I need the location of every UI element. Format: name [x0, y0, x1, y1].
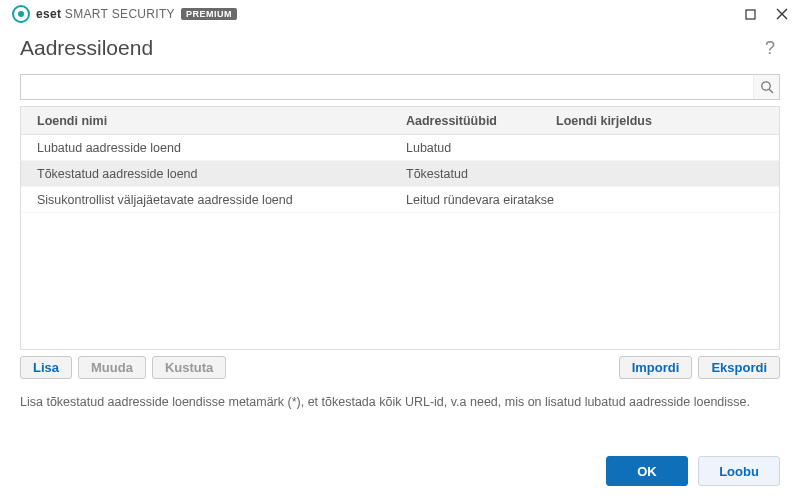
- col-header-desc[interactable]: Loendi kirjeldus: [556, 114, 779, 128]
- table-row[interactable]: Sisukontrollist väljajäetavate aadressid…: [21, 187, 779, 213]
- table-row[interactable]: Lubatud aadresside loendLubatud: [21, 135, 779, 161]
- col-header-name[interactable]: Loendi nimi: [21, 114, 406, 128]
- delete-button[interactable]: Kustuta: [152, 356, 226, 379]
- search-input[interactable]: [21, 75, 751, 99]
- brand-name-light-2: SECURITY: [112, 7, 175, 21]
- import-button[interactable]: Impordi: [619, 356, 693, 379]
- toolbar: Lisa Muuda Kustuta Impordi Ekspordi: [20, 356, 780, 379]
- table-header: Loendi nimi Aadressitüübid Loendi kirjel…: [21, 107, 779, 135]
- hint-text: Lisa tõkestatud aadresside loendisse met…: [0, 379, 800, 412]
- brand-text: eset SMART SECURITY: [36, 7, 175, 21]
- export-button[interactable]: Ekspordi: [698, 356, 780, 379]
- cell-type: Tõkestatud: [406, 167, 556, 181]
- toolbar-left: Lisa Muuda Kustuta: [20, 356, 226, 379]
- table-row[interactable]: Tõkestatud aadresside loendTõkestatud: [21, 161, 779, 187]
- cell-type: Lubatud: [406, 141, 556, 155]
- help-icon[interactable]: ?: [760, 38, 780, 59]
- cell-name: Lubatud aadresside loend: [21, 141, 406, 155]
- content: Loendi nimi Aadressitüübid Loendi kirjel…: [0, 74, 800, 379]
- ok-button[interactable]: OK: [606, 456, 688, 486]
- search-icon[interactable]: [753, 75, 779, 99]
- cancel-button[interactable]: Loobu: [698, 456, 780, 486]
- page-title: Aadressiloend: [20, 36, 153, 60]
- svg-point-1: [18, 11, 24, 17]
- edit-button[interactable]: Muuda: [78, 356, 146, 379]
- cell-name: Tõkestatud aadresside loend: [21, 167, 406, 181]
- window-controls: [740, 4, 792, 24]
- header: Aadressiloend ?: [0, 28, 800, 74]
- footer: OK Loobu: [606, 456, 780, 486]
- cell-type: Leitud ründevara eiratakse: [406, 193, 556, 207]
- svg-line-4: [769, 89, 773, 93]
- maximize-button[interactable]: [740, 4, 760, 24]
- svg-rect-2: [746, 10, 755, 19]
- col-header-type[interactable]: Aadressitüübid: [406, 114, 556, 128]
- cell-name: Sisukontrollist väljajäetavate aadressid…: [21, 193, 406, 207]
- address-list-table: Loendi nimi Aadressitüübid Loendi kirjel…: [20, 106, 780, 350]
- add-button[interactable]: Lisa: [20, 356, 72, 379]
- svg-point-3: [761, 82, 769, 90]
- brand-logo-icon: [12, 5, 30, 23]
- close-button[interactable]: [772, 4, 792, 24]
- search-wrap: [20, 74, 780, 100]
- brand-name-light-1: SMART: [65, 7, 108, 21]
- titlebar: eset SMART SECURITY PREMIUM: [0, 0, 800, 28]
- table-body: Lubatud aadresside loendLubatudTõkestatu…: [21, 135, 779, 213]
- brand-badge: PREMIUM: [181, 8, 237, 20]
- toolbar-right: Impordi Ekspordi: [619, 356, 780, 379]
- brand: eset SMART SECURITY PREMIUM: [12, 5, 237, 23]
- brand-name-bold: eset: [36, 7, 61, 21]
